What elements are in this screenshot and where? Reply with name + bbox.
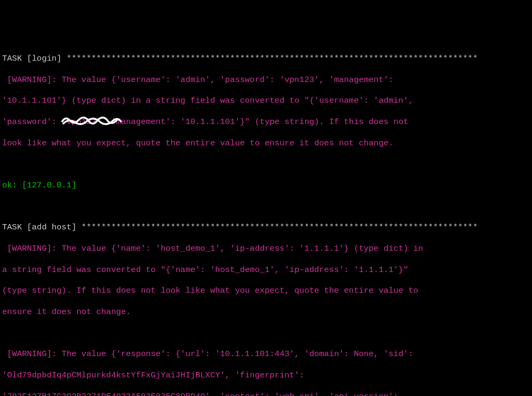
warning-text: '10.1.1.101'} (type dict) in a string fi…: [2, 96, 530, 106]
warning-text: [WARNING]: The value {'response': {'url'…: [2, 349, 530, 360]
warning-text-post: ', 'management': '10.1.1.101'}" (type st…: [96, 117, 408, 127]
terminal-output: TASK [login] ***************************…: [2, 43, 530, 396]
warning-text: (type string). If this does not look lik…: [2, 286, 530, 296]
ok-status: ok: [127.0.0.1]: [2, 180, 530, 191]
warning-text: [WARNING]: The value {'name': 'host_demo…: [2, 244, 530, 254]
warning-text: 'password': 'vpn123', 'management': '10.…: [2, 117, 530, 128]
warning-text: [WARNING]: The value {'username': 'admin…: [2, 75, 530, 86]
blank-line: [2, 328, 530, 339]
warning-text-pre: 'password': ': [2, 117, 67, 127]
warning-text: ensure it does not change.: [2, 307, 530, 318]
blank-line: [2, 202, 530, 212]
warning-text: look like what you expect, quote the ent…: [2, 138, 530, 149]
warning-text: '792F127B17C392B2271DE4933A593E035C89BD4…: [2, 392, 530, 396]
warning-text: 'Old79dpbdIq4pCMlpurkd4kstYfFxGjYaiJHIjB…: [2, 370, 530, 381]
redacted-password: vpn123: [67, 117, 96, 127]
blank-line: [2, 159, 530, 170]
task-header-login: TASK [login] ***************************…: [2, 54, 530, 64]
task-header-addhost: TASK [add host] ************************…: [2, 222, 530, 233]
warning-text: a string field was converted to "{'name'…: [2, 265, 530, 276]
